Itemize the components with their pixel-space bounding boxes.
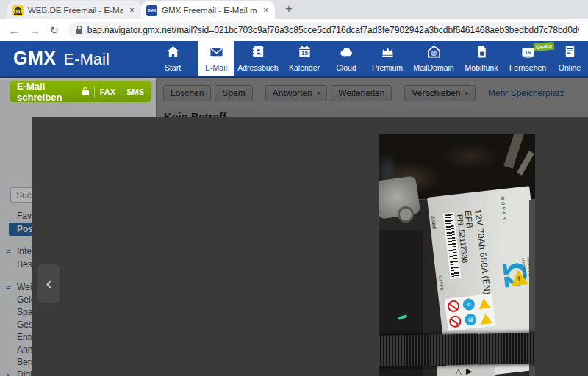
nav-item-mobilfunk[interactable]: Mobilfunk (459, 41, 504, 76)
browser-tab-strip: WEB.DE Freemail - E-Mail made i × GMX GM… (0, 0, 588, 19)
new-tab-button[interactable]: + (285, 1, 293, 16)
sim-card-icon (475, 45, 489, 62)
nav-item-cloud[interactable]: Cloud (326, 41, 366, 76)
browser-tab-gmx[interactable]: GMX GMX Freemail - E-Mail made in G × (141, 1, 275, 19)
gmx-product-text: E-Mail (63, 50, 109, 68)
home-icon (166, 45, 180, 62)
gmx-logo-text: GMX (13, 48, 56, 68)
crown-icon (381, 45, 395, 62)
attachment-photo-battery[interactable]: EXIDE L3 EFB PN: 52117338 12V 70Ah 680A … (379, 134, 535, 376)
contacts-icon (251, 45, 265, 62)
browser-address-bar: ← → ↻ bap.navigator.gmx.net/mail?sid=021… (0, 19, 588, 41)
warning-triangle-icon (479, 313, 492, 325)
gmx-header: GMXE-Mail Start E-Mail Adressbuch 15 Kal… (0, 41, 588, 78)
battery-spec: 12V 70Ah 680A (EN)EFB (462, 209, 492, 296)
tab-title: GMX Freemail - E-Mail made in G (162, 6, 257, 15)
svg-text:@: @ (431, 49, 437, 57)
forward-icon[interactable]: → (29, 24, 40, 37)
url-text: bap.navigator.gmx.net/mail?sid=021bc703c… (87, 25, 579, 35)
envelope-icon (209, 45, 223, 62)
lock-icon (82, 90, 89, 95)
url-field[interactable]: bap.navigator.gmx.net/mail?sid=021bc703c… (68, 22, 579, 38)
compose-email-button[interactable]: E-Mail schreiben FAX SMS (10, 81, 151, 102)
back-icon[interactable]: ← (9, 24, 20, 37)
nav-item-start[interactable]: Start (156, 41, 190, 76)
manual-icon: ▤ (464, 314, 477, 327)
nav-item-fernsehen[interactable]: Gratis TV Fernsehen (504, 41, 551, 76)
svg-text:15: 15 (301, 50, 308, 57)
webde-favicon-icon (12, 5, 24, 16)
goggles-icon: ∞ (462, 298, 476, 311)
gmx-favicon-icon: GMX (146, 5, 157, 16)
tab-close-icon[interactable]: × (128, 5, 136, 15)
chevron-left-icon: ‹ (46, 273, 52, 294)
fax-button[interactable]: FAX (100, 87, 115, 96)
nav-item-premium[interactable]: Premium (366, 41, 409, 76)
browser-tab-webde[interactable]: WEB.DE Freemail - E-Mail made i × (7, 1, 141, 19)
mopar-brand-text: MOPAR. (500, 196, 507, 225)
gmx-main-nav: Start E-Mail Adressbuch 15 Kalender Clou… (156, 41, 588, 76)
warning-pictograms: ∞ ▤ (445, 294, 496, 331)
lightbox-prev-button[interactable]: ‹ (37, 264, 60, 303)
secure-lock-icon (76, 29, 82, 34)
battery-strap (379, 333, 535, 366)
tab-title: WEB.DE Freemail - E-Mail made i (28, 6, 123, 15)
nav-item-online[interactable]: Online (551, 41, 588, 76)
nav-item-maildomain[interactable]: @ MailDomain (409, 41, 459, 76)
document-icon (563, 45, 577, 62)
nav-item-adressbuch[interactable]: Adressbuch (234, 41, 282, 76)
exide-logo-text: EXIDE (431, 216, 437, 230)
tv-icon: TV (521, 45, 535, 62)
label-bottom-marks: △▶ (437, 366, 495, 376)
at-house-icon: @ (427, 45, 441, 62)
warning-triangle-icon (478, 297, 490, 309)
cloud-icon (340, 45, 354, 62)
svg-text:TV: TV (524, 50, 531, 56)
tab-close-icon[interactable]: × (262, 5, 270, 15)
reload-icon[interactable]: ↻ (50, 24, 59, 36)
sms-button[interactable]: SMS (126, 87, 144, 96)
calendar-icon: 15 (298, 45, 312, 62)
no-flames-icon (448, 315, 462, 328)
gmx-logo[interactable]: GMXE-Mail (13, 48, 110, 69)
nav-item-email[interactable]: E-Mail (198, 41, 234, 76)
nav-item-kalender[interactable]: 15 Kalender (282, 41, 326, 76)
no-sparks-icon (447, 300, 460, 313)
